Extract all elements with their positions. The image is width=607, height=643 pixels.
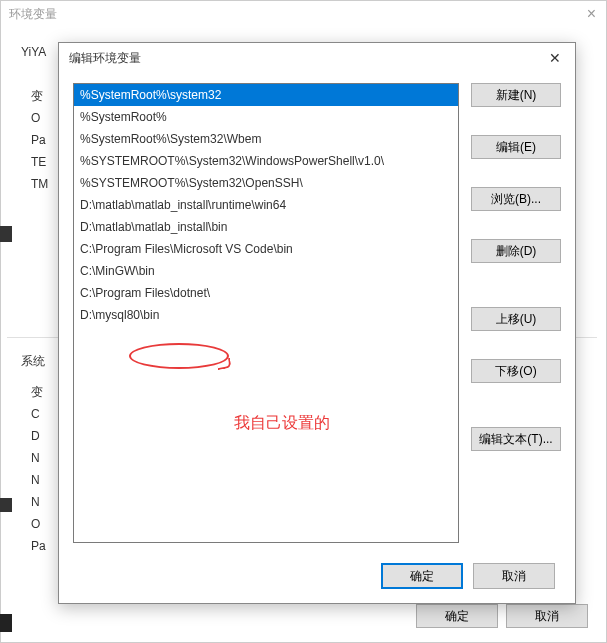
path-list-item[interactable]: C:\MinGW\bin <box>74 260 458 282</box>
path-list-item[interactable]: C:\Program Files\dotnet\ <box>74 282 458 304</box>
cancel-button[interactable]: 取消 <box>473 563 555 589</box>
path-list-item[interactable]: %SystemRoot%\system32 <box>74 84 458 106</box>
col-cell: TM <box>31 173 48 195</box>
browse-button[interactable]: 浏览(B)... <box>471 187 561 211</box>
outer-titlebar: 环境变量 <box>1 1 606 29</box>
col-cell: 变 <box>31 381 46 403</box>
path-list-item[interactable]: %SYSTEMROOT%\System32\WindowsPowerShell\… <box>74 150 458 172</box>
col-cell: O <box>31 513 46 535</box>
col-cell: Pa <box>31 535 46 557</box>
movedown-button[interactable]: 下移(O) <box>471 359 561 383</box>
col-cell: TE <box>31 151 48 173</box>
col-cell: D <box>31 425 46 447</box>
delete-button[interactable]: 删除(D) <box>471 239 561 263</box>
outer-buttons: 确定 取消 <box>416 604 588 628</box>
background-sliver <box>0 498 12 512</box>
moveup-button[interactable]: 上移(U) <box>471 307 561 331</box>
inner-title: 编辑环境变量 <box>69 50 141 67</box>
background-sliver <box>0 226 12 242</box>
close-icon[interactable]: ✕ <box>545 48 565 68</box>
path-list-item[interactable]: %SystemRoot%\System32\Wbem <box>74 128 458 150</box>
user-section-label: YiYA <box>21 45 46 59</box>
user-vars-column: 变 O Pa TE TM <box>31 85 48 195</box>
background-sliver <box>0 614 12 632</box>
path-list-item[interactable]: C:\Program Files\Microsoft VS Code\bin <box>74 238 458 260</box>
col-cell: N <box>31 491 46 513</box>
outer-ok-button[interactable]: 确定 <box>416 604 498 628</box>
close-icon[interactable]: × <box>587 5 596 23</box>
inner-body: %SystemRoot%\system32%SystemRoot%%System… <box>59 73 575 549</box>
path-list-item[interactable]: D:\matlab\matlab_install\runtime\win64 <box>74 194 458 216</box>
edit-env-variable-dialog: 编辑环境变量 ✕ %SystemRoot%\system32%SystemRoo… <box>58 42 576 604</box>
path-list-item[interactable]: %SYSTEMROOT%\System32\OpenSSH\ <box>74 172 458 194</box>
col-cell: 变 <box>31 85 48 107</box>
path-listbox[interactable]: %SystemRoot%\system32%SystemRoot%%System… <box>73 83 459 543</box>
system-section-label: 系统 <box>21 353 45 370</box>
col-cell: C <box>31 403 46 425</box>
side-buttons: 新建(N) 编辑(E) 浏览(B)... 删除(D) 上移(U) 下移(O) 编… <box>471 83 561 549</box>
col-cell: Pa <box>31 129 48 151</box>
system-vars-column: 变 C D N N N O Pa <box>31 381 46 557</box>
col-cell: N <box>31 469 46 491</box>
edit-button[interactable]: 编辑(E) <box>471 135 561 159</box>
path-list-item[interactable]: D:\matlab\matlab_install\bin <box>74 216 458 238</box>
path-list-item[interactable]: %SystemRoot% <box>74 106 458 128</box>
col-cell: O <box>31 107 48 129</box>
inner-titlebar: 编辑环境变量 ✕ <box>59 43 575 73</box>
outer-title: 环境变量 <box>9 6 57 23</box>
outer-cancel-button[interactable]: 取消 <box>506 604 588 628</box>
ok-button[interactable]: 确定 <box>381 563 463 589</box>
path-list-item[interactable]: D:\mysql80\bin <box>74 304 458 326</box>
new-button[interactable]: 新建(N) <box>471 83 561 107</box>
edittext-button[interactable]: 编辑文本(T)... <box>471 427 561 451</box>
col-cell: N <box>31 447 46 469</box>
inner-footer: 确定 取消 <box>381 563 555 589</box>
